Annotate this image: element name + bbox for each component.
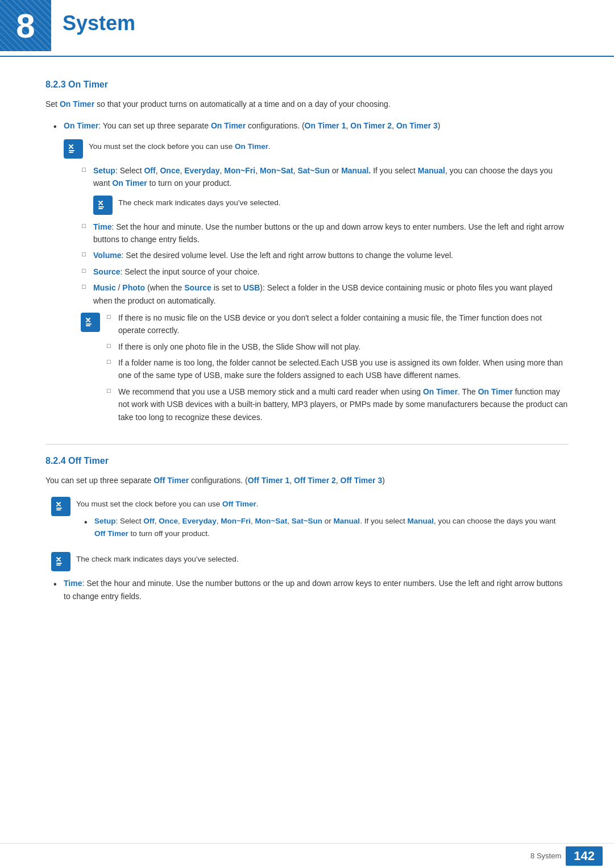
setup-monsat: Mon~Sat <box>260 166 293 175</box>
time-label: Time <box>93 222 111 231</box>
off-setup-once: Once <box>159 517 178 525</box>
svg-rect-4 <box>86 323 92 325</box>
source-label: Source <box>93 267 120 276</box>
volume-item: Volume: Set the desired volume level. Us… <box>81 249 569 261</box>
page-number: 142 <box>566 846 603 866</box>
on-timer-note1-text: You must set the clock before you can us… <box>89 138 271 153</box>
off-timer-time-item: Time: Set the hour and minute. Use the n… <box>51 577 569 603</box>
off-timer-setup-list: Setup: Select Off, Once, Everyday, Mon~F… <box>82 515 569 539</box>
off-timer-2: Off Timer 2 <box>294 476 336 485</box>
setup-everyday: Everyday <box>184 166 219 175</box>
off-setup-everyday: Everyday <box>182 517 217 525</box>
note-icon-2 <box>93 196 113 215</box>
off-setup-off: Off <box>143 517 155 525</box>
off-timer-bold-setup: Off Timer <box>94 529 128 538</box>
note-icon-svg-2 <box>97 199 109 211</box>
svg-rect-9 <box>56 564 61 566</box>
off-setup-manual2: Manual <box>407 517 434 525</box>
on-timer-bullet-list: On Timer: You can set up three separate … <box>51 119 569 427</box>
on-timer-label: On Timer <box>64 121 98 130</box>
note-icon-4 <box>51 497 70 516</box>
on-timer-bold2: On Timer <box>211 121 246 130</box>
on-timer-note1-box: You must set the clock before you can us… <box>64 138 569 159</box>
off-timer-1: Off Timer 1 <box>248 476 290 485</box>
off-setup-label: Setup <box>94 517 116 525</box>
svg-rect-8 <box>56 563 62 564</box>
off-timer-note2-box: The check mark indicates days you've sel… <box>51 551 569 571</box>
svg-rect-1 <box>69 152 73 153</box>
note-icon-svg-5 <box>55 555 67 568</box>
on-timer-3: On Timer 3 <box>396 121 438 130</box>
section-823: 8.2.3 On Timer Set On Timer so that your… <box>45 80 569 427</box>
music-photo-item: Music / Photo (when the Source is set to… <box>81 281 569 307</box>
section-divider <box>45 444 569 445</box>
note-icon-5 <box>51 552 70 571</box>
setup-label: Setup <box>93 166 115 175</box>
off-timer-3: Off Timer 3 <box>341 476 383 485</box>
time-item: Time: Set the hour and minute. Use the n… <box>81 221 569 246</box>
off-timer-note1-box: You must set the clock before you can us… <box>51 496 569 545</box>
off-timer-bold-intro: Off Timer <box>154 476 189 485</box>
chapter-number-box: 8 <box>0 0 51 51</box>
intro-on-timer-bold: On Timer <box>60 99 94 109</box>
note1-on-timer-bold: On Timer <box>235 142 268 151</box>
note3-item-4: We recommend that you use a USB memory s… <box>106 385 569 423</box>
on-timer-1: On Timer 1 <box>305 121 346 130</box>
source-bold: Source <box>184 283 211 292</box>
main-content: 8.2.3 On Timer Set On Timer so that your… <box>0 57 614 642</box>
setup-manual2: Manual <box>418 166 445 175</box>
music-label: Music <box>93 283 116 292</box>
note3-on-timer-bold2: On Timer <box>478 387 513 396</box>
off-timer-time-list: Time: Set the hour and minute. Use the n… <box>51 577 569 603</box>
note3-item-1: If there is no music file on the USB dev… <box>106 312 569 337</box>
section-823-intro: Set On Timer so that your product turns … <box>45 98 569 110</box>
off-timer-note1-text: You must set the clock before you can us… <box>76 496 569 545</box>
note-icon-1 <box>64 139 83 159</box>
off-setup-monfri: Mon~Fri <box>221 517 251 525</box>
note3-item-3: If a folder name is too long, the folder… <box>106 356 569 382</box>
on-timer-note2-text: The check mark indicates days you've sel… <box>118 194 280 209</box>
setup-item: Setup: Select Off, Once, Everyday, Mon~F… <box>81 164 569 215</box>
svg-rect-0 <box>69 150 74 151</box>
off-setup-monsat: Mon~Sat <box>255 517 288 525</box>
note3-on-timer-bold: On Timer <box>423 387 458 396</box>
photo-label: Photo <box>122 283 145 292</box>
note1-off-timer-bold: Off Timer <box>222 500 256 508</box>
on-timer-note2-box: The check mark indicates days you've sel… <box>93 194 569 215</box>
note-icon-3 <box>81 313 100 332</box>
setup-on-timer: On Timer <box>112 178 147 188</box>
page-header: 8 System <box>0 0 614 57</box>
on-timer-sq-list: Setup: Select Off, Once, Everyday, Mon~F… <box>81 164 569 307</box>
on-timer-2: On Timer 2 <box>350 121 392 130</box>
usb-bold: USB <box>243 283 260 292</box>
note3-sq-list: If there is no music file on the USB dev… <box>106 312 569 427</box>
note-icon-svg-1 <box>67 143 80 155</box>
on-timer-bullet-item: On Timer: You can set up three separate … <box>51 119 569 427</box>
setup-monfri: Mon~Fri <box>224 166 255 175</box>
svg-rect-6 <box>56 508 62 509</box>
note-icon-svg-4 <box>55 500 67 513</box>
note3-item-2: If there is only one photo file in the U… <box>106 340 569 353</box>
volume-label: Volume <box>93 251 122 260</box>
section-824-heading: 8.2.4 Off Timer <box>45 456 569 466</box>
setup-once: Once <box>160 166 180 175</box>
footer-text: 8 System <box>530 852 561 860</box>
section-824-intro: You can set up three separate Off Timer … <box>45 474 569 487</box>
setup-off: Off <box>144 166 155 175</box>
chapter-title: System <box>63 11 135 35</box>
off-timer-setup-item: Setup: Select Off, Once, Everyday, Mon~F… <box>82 515 569 539</box>
svg-rect-3 <box>98 208 103 209</box>
off-setup-manual: Manual <box>334 517 360 525</box>
note3-box: If there is no music file on the USB dev… <box>81 312 569 427</box>
svg-rect-5 <box>86 325 90 326</box>
section-823-heading: 8.2.3 On Timer <box>45 80 569 90</box>
page-footer: 8 System 142 <box>0 843 614 868</box>
setup-satsun: Sat~Sun <box>297 166 329 175</box>
section-824: 8.2.4 Off Timer You can set up three sep… <box>45 456 569 603</box>
setup-manual: Manual. <box>341 166 371 175</box>
off-setup-satsun: Sat~Sun <box>292 517 322 525</box>
svg-rect-7 <box>56 509 61 510</box>
svg-rect-2 <box>98 206 104 207</box>
off-timer-note2-text: The check mark indicates days you've sel… <box>76 551 238 566</box>
source-item: Source: Select the input source of your … <box>81 265 569 278</box>
